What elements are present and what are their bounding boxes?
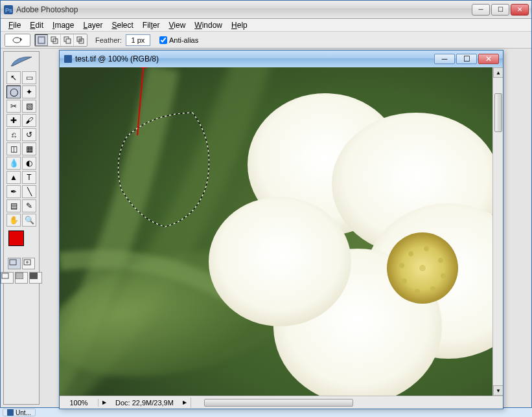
document-titlebar[interactable]: test.tif @ 100% (RGB/8) ─ ☐ ✕ bbox=[60, 51, 503, 67]
eraser-tool[interactable]: ◫ bbox=[6, 142, 21, 155]
doc-minimize-button[interactable]: ─ bbox=[434, 54, 455, 64]
close-button[interactable]: ✕ bbox=[511, 4, 529, 16]
svg-point-34 bbox=[399, 263, 404, 268]
eyedropper-tool[interactable]: ✎ bbox=[22, 199, 36, 212]
screen-full-menubar-button[interactable] bbox=[15, 272, 28, 284]
svg-rect-39 bbox=[7, 409, 14, 416]
app-window: Ps Adobe Photoshop ─ ☐ ✕ File Edit Image… bbox=[0, 0, 532, 408]
menubar: File Edit Image Layer Select Filter View… bbox=[1, 19, 531, 32]
svg-point-28 bbox=[424, 246, 429, 251]
svg-point-31 bbox=[430, 286, 435, 291]
selection-subtract[interactable] bbox=[61, 34, 74, 46]
scroll-h-thumb[interactable] bbox=[204, 399, 353, 407]
hand-tool[interactable]: ✋ bbox=[6, 214, 21, 227]
svg-point-27 bbox=[408, 251, 413, 256]
menu-layer[interactable]: Layer bbox=[79, 19, 106, 31]
document-title: test.tif @ 100% (RGB/8) bbox=[75, 54, 434, 63]
svg-rect-16 bbox=[16, 273, 23, 279]
svg-point-2 bbox=[13, 38, 21, 43]
standard-mode-button[interactable] bbox=[8, 258, 21, 269]
menu-select[interactable]: Select bbox=[108, 19, 137, 31]
foreground-color-swatch[interactable] bbox=[8, 231, 24, 246]
svg-point-14 bbox=[26, 261, 29, 264]
move-tool[interactable]: ↖ bbox=[6, 71, 21, 84]
selection-intersect[interactable] bbox=[74, 34, 87, 46]
doc-close-button[interactable]: ✕ bbox=[478, 54, 499, 64]
history-brush-tool[interactable]: ↺ bbox=[22, 128, 36, 141]
app-icon: Ps bbox=[3, 5, 14, 15]
menu-image[interactable]: Image bbox=[49, 19, 78, 31]
pen-tool[interactable]: ✒ bbox=[6, 185, 21, 198]
maximize-button[interactable]: ☐ bbox=[491, 4, 509, 16]
selection-add[interactable] bbox=[48, 34, 61, 46]
notes-tool[interactable]: ▤ bbox=[6, 199, 21, 212]
document-window: test.tif @ 100% (RGB/8) ─ ☐ ✕ bbox=[59, 50, 503, 409]
svg-rect-17 bbox=[30, 273, 38, 279]
antialias-label: Anti-alias bbox=[169, 36, 198, 44]
svg-rect-10 bbox=[79, 39, 82, 41]
minimize-button[interactable]: ─ bbox=[472, 4, 490, 16]
tool-preset-picker[interactable] bbox=[5, 34, 30, 47]
workarea: ↖▭◯✦✂▧✚🖌⎌↺◫▦💧◐▲T✒╲▤✎✋🔍 test.tif bbox=[1, 49, 531, 407]
type-tool[interactable]: T bbox=[22, 171, 36, 184]
slice-tool[interactable]: ▧ bbox=[22, 100, 36, 113]
taskbar-item[interactable]: Unt... bbox=[3, 409, 36, 416]
toolbox: ↖▭◯✦✂▧✚🖌⎌↺◫▦💧◐▲T✒╲▤✎✋🔍 bbox=[3, 51, 40, 405]
taskbar: Unt... bbox=[0, 408, 532, 417]
options-bar: Feather: Anti-alias bbox=[1, 32, 531, 49]
screen-standard-button[interactable] bbox=[1, 272, 14, 284]
svg-rect-18 bbox=[64, 55, 72, 63]
path-select-tool[interactable]: ▲ bbox=[6, 171, 21, 184]
line-tool[interactable]: ╲ bbox=[22, 185, 36, 198]
gradient-tool[interactable]: ▦ bbox=[22, 142, 36, 155]
document-statusbar: 100% ▶ Doc: 22,9M/23,9M ▶ bbox=[60, 396, 503, 409]
svg-point-25 bbox=[209, 197, 351, 326]
screen-full-button[interactable] bbox=[29, 272, 42, 284]
svg-point-32 bbox=[415, 289, 420, 294]
feather-label: Feather: bbox=[95, 36, 122, 44]
svg-rect-12 bbox=[10, 260, 16, 265]
svg-point-30 bbox=[441, 273, 446, 278]
dodge-tool[interactable]: ◐ bbox=[22, 157, 36, 170]
menu-file[interactable]: File bbox=[5, 19, 25, 31]
info-arrow-icon[interactable]: ▶ bbox=[179, 400, 191, 405]
marquee-tool[interactable]: ▭ bbox=[22, 71, 36, 84]
menu-filter[interactable]: Filter bbox=[139, 19, 164, 31]
scroll-up-arrow[interactable]: ▲ bbox=[493, 67, 503, 78]
scroll-v-thumb[interactable] bbox=[494, 93, 502, 132]
vertical-scrollbar[interactable]: ▲ ▼ bbox=[492, 67, 503, 396]
document-canvas[interactable] bbox=[60, 67, 492, 396]
scroll-down-arrow[interactable]: ▼ bbox=[493, 385, 503, 396]
menu-window[interactable]: Window bbox=[191, 19, 226, 31]
antialias-checkbox[interactable]: Anti-alias bbox=[159, 36, 198, 44]
magic-wand-tool[interactable]: ✦ bbox=[22, 85, 36, 98]
photoshop-feather-logo bbox=[7, 54, 36, 69]
svg-point-35 bbox=[419, 265, 426, 271]
clone-stamp-tool[interactable]: ⎌ bbox=[6, 128, 21, 141]
healing-brush-tool[interactable]: ✚ bbox=[6, 114, 21, 127]
status-arrow-icon[interactable]: ▶ bbox=[98, 400, 110, 405]
app-title: Adobe Photoshop bbox=[16, 5, 472, 14]
menu-help[interactable]: Help bbox=[227, 19, 251, 31]
lasso-tool[interactable]: ◯ bbox=[6, 85, 21, 98]
brush-tool[interactable]: 🖌 bbox=[22, 114, 36, 127]
svg-rect-7 bbox=[66, 39, 71, 43]
horizontal-scrollbar[interactable] bbox=[191, 398, 503, 408]
zoom-tool[interactable]: 🔍 bbox=[22, 214, 36, 227]
crop-tool[interactable]: ✂ bbox=[6, 100, 21, 113]
quick-mask-button[interactable] bbox=[22, 258, 35, 269]
doc-maximize-button[interactable]: ☐ bbox=[456, 54, 477, 64]
feather-input[interactable] bbox=[126, 34, 150, 46]
lasso-selection bbox=[108, 106, 222, 236]
selection-mode-group bbox=[34, 34, 87, 47]
menu-view[interactable]: View bbox=[165, 19, 190, 31]
selection-new[interactable] bbox=[35, 34, 48, 46]
antialias-input[interactable] bbox=[159, 36, 167, 44]
document-info[interactable]: Doc: 22,9M/23,9M bbox=[110, 399, 179, 407]
blur-tool[interactable]: 💧 bbox=[6, 157, 21, 170]
color-swatches[interactable] bbox=[8, 231, 34, 254]
svg-rect-15 bbox=[2, 273, 8, 278]
menu-edit[interactable]: Edit bbox=[26, 19, 47, 31]
zoom-level[interactable]: 100% bbox=[60, 399, 98, 407]
main-titlebar[interactable]: Ps Adobe Photoshop ─ ☐ ✕ bbox=[1, 1, 531, 19]
